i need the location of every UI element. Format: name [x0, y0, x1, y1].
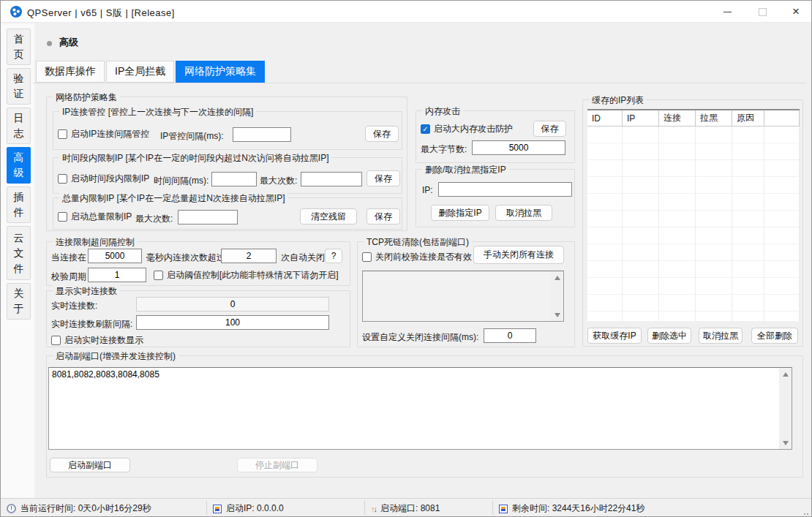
table-row — [587, 278, 800, 295]
ip-interval-input[interactable] — [233, 127, 291, 142]
rate-prefix-label: 当连接在 — [51, 252, 86, 264]
sidebar-item-cloud-files[interactable]: 云文件 — [7, 226, 31, 280]
scroll-up-icon[interactable] — [551, 271, 563, 284]
column-header-ip[interactable]: IP — [623, 110, 659, 127]
textarea-scrollbar[interactable] — [779, 368, 792, 449]
remaining-time-text: 剩余时间: 3244天16小时22分41秒 — [512, 502, 644, 515]
column-header-empty — [764, 110, 800, 127]
sidebar-item-about[interactable]: 关于 — [7, 283, 31, 320]
scroll-up-icon[interactable] — [779, 368, 792, 380]
table-row — [587, 143, 800, 160]
column-header-id[interactable]: ID — [587, 110, 623, 127]
max-bytes-label: 最大字节数: — [421, 143, 467, 156]
group-label: 缓存的IP列表 — [589, 94, 647, 107]
uptime-text: 当前运行时间: 0天0小时16分29秒 — [20, 502, 151, 515]
group-label: 网络防护策略集 — [53, 91, 120, 104]
resize-grip[interactable] — [807, 513, 808, 515]
save-ip-control-button[interactable]: 保存 — [365, 126, 399, 142]
column-header-ban[interactable]: 拉黑 — [696, 110, 732, 127]
sidebar-item-advanced[interactable]: 高级 — [7, 147, 31, 184]
close-all-connections-button[interactable]: 手动关闭所有连接 — [473, 246, 564, 264]
table-row — [587, 177, 800, 194]
help-button[interactable]: ? — [325, 249, 342, 263]
time-panel-icon — [499, 505, 508, 513]
network-panel-icon — [213, 505, 222, 513]
close-button[interactable]: × — [783, 2, 808, 21]
cached-ip-table[interactable]: ID IP 连接 拉黑 原因 — [587, 109, 800, 321]
sidebar-item-plugins[interactable]: 插件 — [7, 186, 31, 223]
enable-threshold-checkbox[interactable] — [154, 271, 163, 280]
verify-before-close-checkbox[interactable] — [362, 252, 372, 262]
table-row — [587, 227, 800, 244]
refresh-interval-input[interactable] — [136, 315, 329, 330]
sub-ports-editor: 8081,8082,8083,8084,8085 — [48, 367, 792, 450]
check-period-input[interactable] — [88, 268, 146, 282]
max-count-label: 最大次数: — [135, 213, 173, 225]
table-header-row: ID IP 连接 拉黑 原因 — [587, 110, 800, 127]
dead-link-listbox[interactable] — [362, 271, 564, 322]
scroll-down-icon[interactable] — [551, 309, 563, 321]
save-memory-button[interactable]: 保存 — [533, 121, 566, 137]
refresh-interval-label: 实时连接数刷新间隔: — [51, 318, 132, 331]
column-header-conn[interactable]: 连接 — [659, 110, 696, 127]
group-sub-ports: 启动副端口(增强并发连接控制) 8081,8082,8083,8084,8085… — [46, 355, 803, 478]
group-label: 总量内限制IP [某个IP在一定总量超过N次连接自动拉黑IP] — [59, 192, 287, 205]
save-total-limit-button[interactable]: 保存 — [366, 208, 400, 224]
time-interval-input[interactable] — [211, 172, 257, 186]
clear-residue-button[interactable]: 清空残留 — [300, 208, 357, 224]
stop-sub-ports-button: 停止副端口 — [237, 458, 317, 472]
rate-count-input[interactable] — [221, 249, 277, 263]
custom-close-interval-input[interactable] — [484, 328, 536, 343]
unban-selected-button[interactable]: 取消拉黑 — [699, 328, 743, 344]
column-header-reason[interactable]: 原因 — [732, 110, 764, 127]
sidebar-item-logs[interactable]: 日志 — [7, 107, 31, 144]
minimize-button[interactable] — [715, 2, 740, 21]
scroll-down-icon[interactable] — [779, 437, 792, 449]
fetch-cached-ip-button[interactable]: 获取缓存IP — [587, 328, 642, 344]
enable-total-limit-checkbox[interactable] — [58, 212, 67, 222]
window-title: QPServer | v65 | S版 | [Release] — [27, 7, 175, 20]
statusbar-separator — [364, 501, 365, 515]
sub-ports-textarea[interactable]: 8081,8082,8083,8084,8085 — [49, 368, 779, 449]
time-interval-label: 时间间隔(ms): — [154, 175, 208, 187]
enable-time-limit-checkbox[interactable] — [58, 174, 67, 184]
app-window: QPServer | v65 | S版 | [Release] × 首页 验证 … — [0, 0, 812, 517]
tab-database-ops[interactable]: 数据库操作 — [36, 61, 105, 83]
listbox-scrollbar[interactable] — [551, 271, 563, 321]
unban-ip-button[interactable]: 取消拉黑 — [495, 205, 552, 221]
delete-all-button[interactable]: 全部删除 — [751, 328, 798, 344]
enable-realtime-display-checkbox[interactable] — [51, 336, 61, 345]
group-realtime-connections: 显示实时连接数 实时连接数: 实时连接数刷新间隔: 启动实时连接数显示 — [46, 290, 350, 347]
ip-interval-label: IP管控间隔(ms): — [160, 130, 224, 143]
group-remove-ip: 删除/取消拉黑指定IP IP: 删除指定IP 取消拉黑 — [416, 169, 575, 227]
enable-memory-protect-checkbox[interactable]: ✓ — [421, 124, 430, 134]
page-title: 高级 — [59, 36, 78, 49]
delete-ip-button[interactable]: 删除指定IP — [431, 205, 489, 221]
total-max-count-input[interactable] — [178, 210, 238, 224]
max-count-input[interactable] — [301, 172, 362, 186]
delete-selected-button[interactable]: 删除选中 — [647, 328, 691, 344]
group-total-limit: 总量内限制IP [某个IP在一定总量超过N次连接自动拉黑IP] 启动总量限制IP… — [53, 197, 402, 230]
tab-panel-divider — [33, 83, 806, 83]
group-rate-limit: 连接限制超间隔控制 当连接在 毫秒内连接次数超过 次自动关闭 ? 校验周期 启动… — [46, 241, 350, 286]
table-row — [587, 160, 800, 177]
rate-ms-input[interactable] — [88, 249, 142, 263]
maximize-button[interactable] — [750, 2, 775, 21]
statusbar: 当前运行时间: 0天0小时16分29秒 启动IP: 0.0.0.0 ↑↓ 启动端… — [1, 499, 811, 517]
save-time-limit-button[interactable]: 保存 — [366, 170, 400, 186]
max-bytes-input[interactable] — [472, 140, 565, 155]
startup-port-text: 启动端口: 8081 — [380, 502, 440, 515]
tab-network-protection[interactable]: 网络防护策略集 — [176, 61, 265, 83]
checkbox-label: 启动大内存攻击防护 — [434, 123, 513, 135]
enable-ip-interval-checkbox[interactable] — [58, 129, 67, 139]
check-icon: ✓ — [422, 125, 428, 133]
sidebar-item-home[interactable]: 首页 — [7, 29, 31, 65]
target-ip-input[interactable] — [438, 182, 572, 197]
start-sub-ports-button[interactable]: 启动副端口 — [50, 458, 130, 472]
group-network-protection-policies: 网络防护策略集 IP连接管控 [管控上一次连接与下一次连接的间隔] 启动IP连接… — [46, 97, 407, 231]
tab-ip-global-block[interactable]: IP全局拦截 — [106, 61, 174, 83]
titlebar: QPServer | v65 | S版 | [Release] × — [1, 1, 811, 23]
statusbar-separator — [492, 501, 493, 515]
sidebar-item-verify[interactable]: 验证 — [7, 68, 31, 105]
statusbar-separator — [206, 501, 207, 515]
